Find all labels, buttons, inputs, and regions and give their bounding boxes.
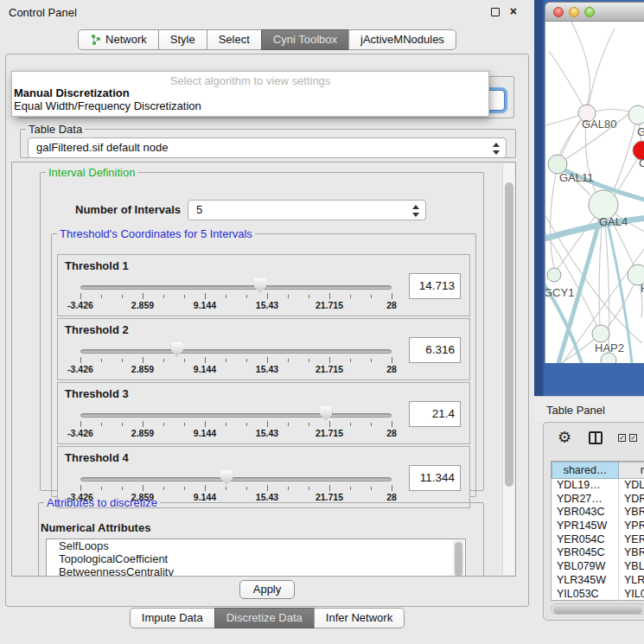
tick-label: 28 <box>386 300 397 310</box>
tab-impute-data[interactable]: Impute Data <box>130 608 215 628</box>
tick-mark <box>329 485 330 491</box>
minimize-window-button[interactable] <box>569 7 579 17</box>
threshold-value-field[interactable]: 21.4 <box>409 401 461 427</box>
attribute-list-item[interactable]: SelfLoops <box>47 539 465 552</box>
network-node[interactable] <box>628 105 644 124</box>
table-row[interactable]: YER054CYER054C <box>552 533 644 547</box>
node-label: GA <box>637 125 644 138</box>
panel-title: Control Panel <box>9 6 77 19</box>
slider-thumb[interactable] <box>254 278 266 293</box>
table-row[interactable]: YBL079WYBL079W <box>552 560 644 574</box>
network-edge <box>550 174 556 268</box>
tick-mark <box>371 359 372 362</box>
attribute-list-item[interactable]: BetweennessCentrality <box>47 565 465 577</box>
table-row[interactable]: YIL053CYIL053C <box>552 588 644 602</box>
top-tab-bar: NetworkStyleSelectCyni ToolboxjActiveMNo… <box>78 29 456 50</box>
column-header-name[interactable]: name <box>619 462 644 479</box>
tick-label: 2.859 <box>131 428 154 438</box>
cell-name: YDR27… <box>619 493 644 507</box>
table-data-group: Table Data galFiltered.sif default node <box>20 123 516 158</box>
network-node[interactable] <box>547 268 561 282</box>
cell-shared-name: YBR045C <box>552 546 619 560</box>
dropdown-prompt-option[interactable]: Select algorithm to view settings <box>12 72 488 86</box>
tab-cyni-toolbox[interactable]: Cyni Toolbox <box>261 29 349 50</box>
tick-mark <box>350 359 351 362</box>
viewport-scrollbar-thumb[interactable] <box>505 182 513 487</box>
dropdown-option[interactable]: Manual Discretization <box>12 86 488 99</box>
tick-mark <box>329 357 330 363</box>
tab-network[interactable]: Network <box>78 29 159 50</box>
threshold-value-field[interactable]: 6.316 <box>409 337 461 363</box>
attribute-list-item[interactable]: TopologicalCoefficient <box>47 552 465 565</box>
table-row[interactable]: YBR045CYBR045C <box>552 546 644 560</box>
float-window-icon[interactable] <box>491 8 500 16</box>
slider-track[interactable] <box>80 285 392 290</box>
gear-icon[interactable]: ⚙ <box>558 428 571 447</box>
apply-button[interactable]: Apply <box>239 580 295 599</box>
table-row[interactable]: YDL19…YDL19… <box>552 479 644 493</box>
tab-jactivemnodules[interactable]: jActiveMNodules <box>348 29 456 50</box>
tick-mark <box>309 423 309 426</box>
split-columns-icon[interactable] <box>589 431 603 444</box>
tick-label: -3.426 <box>67 300 93 310</box>
table-data-group-label: Table Data <box>26 123 85 136</box>
slider-track[interactable] <box>80 349 392 354</box>
cell-name: YBL079W <box>619 560 644 574</box>
checkbox-icon[interactable]: ✓ <box>618 434 626 442</box>
slider-tick-labels: -3.4262.8599.14415.4321.71528 <box>80 300 392 311</box>
tick-mark <box>329 421 330 427</box>
viewport-scrollbar[interactable] <box>502 163 514 575</box>
table-data-combobox[interactable]: galFiltered.sif default node <box>28 137 507 158</box>
dropdown-option[interactable]: Equal Width/Frequency Discretization <box>12 99 488 112</box>
tick-mark <box>122 487 123 490</box>
network-node[interactable] <box>592 325 609 342</box>
zoom-window-button[interactable] <box>584 7 595 17</box>
tab-select[interactable]: Select <box>207 29 262 50</box>
column-header-shared-name[interactable]: shared… <box>552 462 619 479</box>
bottom-tab-bar: Impute DataDiscretize DataInfer Network <box>130 608 405 628</box>
tab-style[interactable]: Style <box>158 29 207 50</box>
table-row[interactable]: YDR27…YDR27… <box>552 493 644 507</box>
tick-label: 15.43 <box>256 364 278 374</box>
list-scrollbar-thumb[interactable] <box>455 542 462 577</box>
number-of-intervals-combobox[interactable]: 5 <box>188 200 426 220</box>
tick-mark <box>392 293 392 299</box>
list-scrollbar[interactable] <box>453 540 464 577</box>
tick-mark <box>246 487 247 490</box>
close-icon[interactable]: × <box>510 4 517 18</box>
network-canvas[interactable]: GAL80GACYGAL11GAL4GCY1HAHAP2 <box>545 22 644 363</box>
tick-mark <box>163 423 164 426</box>
tab-discretize-data[interactable]: Discretize Data <box>214 608 315 628</box>
close-window-button[interactable] <box>553 7 564 17</box>
table-row[interactable]: YPR145WYPR145W <box>552 520 644 533</box>
network-edge <box>549 51 587 113</box>
node-label: GAL11 <box>559 171 594 184</box>
tab-label: Infer Network <box>326 611 392 624</box>
tab-infer-network[interactable]: Infer Network <box>314 608 405 628</box>
threshold-value-field[interactable]: 14.713 <box>409 273 461 299</box>
table-data-selected-value: galFiltered.sif default node <box>36 141 168 154</box>
checkbox-icon[interactable]: ✓ <box>629 434 637 442</box>
table-scrollbar-thumb[interactable] <box>553 606 642 614</box>
slider-thumb[interactable] <box>220 470 233 485</box>
slider-thumb[interactable] <box>320 406 332 421</box>
tick-mark <box>350 423 351 426</box>
numerical-attributes-list[interactable]: SelfLoopsTopologicalCoefficientBetweenne… <box>46 539 466 577</box>
algorithm-dropdown-popup: Select algorithm to view settings Manual… <box>11 71 489 117</box>
slider-track[interactable] <box>80 477 392 481</box>
settings-scroll-viewport: Interval Definition Number of Intervals … <box>11 162 516 577</box>
cell-shared-name: YDL19… <box>552 479 619 493</box>
table-horizontal-scrollbar[interactable] <box>551 603 644 615</box>
tick-mark <box>205 357 206 363</box>
slider-ticks <box>80 293 392 299</box>
table-panel-titlebar: Table Panel <box>534 396 644 422</box>
slider-track[interactable] <box>80 413 392 418</box>
network-window-titlebar[interactable] <box>545 2 644 22</box>
threshold-value-field[interactable]: 11.344 <box>409 465 461 491</box>
table-row[interactable]: YLR345WYLR345W <box>552 574 644 588</box>
tick-label: 9.144 <box>194 300 216 310</box>
table-row[interactable]: YBR043CYBR043C <box>552 506 644 520</box>
slider-thumb[interactable] <box>171 342 183 357</box>
cell-shared-name: YLR345W <box>552 574 619 588</box>
tick-mark <box>371 487 372 490</box>
